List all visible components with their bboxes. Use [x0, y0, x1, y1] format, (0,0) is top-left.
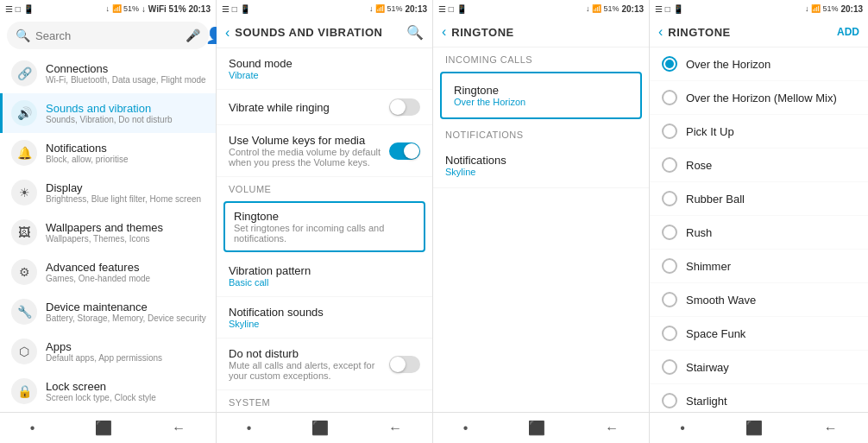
sidebar-item-lock[interactable]: 🔒 Lock screen Screen lock type, Clock st… — [0, 371, 216, 411]
do-not-disturb-toggle[interactable] — [389, 356, 420, 373]
microphone-icon[interactable]: 🎤 — [186, 28, 200, 42]
ringtone-incoming-title: Ringtone — [454, 84, 628, 97]
notifications-subtitle: Block, allow, prioritise — [46, 155, 129, 164]
sidebar-item-sounds[interactable]: 🔊 Sounds and vibration Sounds, Vibration… — [0, 93, 216, 133]
sidebar-item-display[interactable]: ☀ Display Brightness, Blue light filter,… — [0, 173, 216, 212]
sounds-title: Sounds and vibration — [46, 102, 173, 115]
sidebar-item-notifications[interactable]: 🔔 Notifications Block, allow, prioritise — [0, 133, 216, 173]
list-item[interactable]: Space Funk — [650, 317, 868, 351]
do-not-disturb-row[interactable]: Do not disturb Mute all calls and alerts… — [217, 339, 432, 390]
ringtone-list-header: ‹ RINGTONE ADD — [650, 17, 868, 47]
radio-space-funk[interactable] — [662, 326, 677, 341]
sidebar-item-connections[interactable]: 🔗 Connections Wi-Fi, Bluetooth, Data usa… — [0, 54, 216, 93]
list-item[interactable]: Rubber Ball — [650, 182, 868, 216]
toggle-knob-vibrate — [390, 99, 406, 115]
do-not-disturb-subtitle: Mute all calls and alerts, except for yo… — [229, 360, 389, 381]
vibrate-ringing-text: Vibrate while ringing — [229, 101, 389, 114]
nav-dot-4[interactable]: • — [680, 421, 685, 436]
list-item[interactable]: Over the Horizon — [650, 47, 868, 81]
ringtone-panel-content: INCOMING CALLS Ringtone Over the Horizon… — [433, 47, 649, 412]
list-item[interactable]: Smooth Wave — [650, 283, 868, 317]
notifications-ringtone-value: Skyline — [445, 167, 637, 177]
nav-back-3[interactable]: ← — [605, 421, 619, 436]
nav-dot-1[interactable]: • — [30, 421, 35, 436]
nav-back-2[interactable]: ← — [388, 421, 402, 436]
sidebar-item-apps[interactable]: ⬡ Apps Default apps, App permissions — [0, 332, 216, 371]
radio-rose[interactable] — [662, 157, 677, 173]
nav-home-2[interactable]: ⬛ — [311, 420, 329, 436]
vibrate-ringing-row[interactable]: Vibrate while ringing — [217, 90, 432, 125]
nav-home-3[interactable]: ⬛ — [528, 420, 545, 436]
sound-mode-value: Vibrate — [229, 70, 420, 80]
notification-sounds-text: Notification sounds Skyline — [229, 306, 420, 329]
radio-over-horizon[interactable] — [662, 56, 677, 72]
vibrate-ringing-toggle[interactable] — [389, 98, 420, 116]
sounds-subtitle: Sounds, Vibration, Do not disturb — [46, 115, 173, 124]
ringtone-incoming-row[interactable]: Ringtone Over the Horizon — [440, 72, 642, 119]
nav-back-4[interactable]: ← — [824, 421, 838, 436]
nav-home-1[interactable]: ⬛ — [95, 420, 112, 436]
ringtone-name-2: Pick It Up — [686, 125, 734, 138]
ringtone-row-highlighted[interactable]: Ringtone Set ringtones for incoming call… — [223, 201, 425, 252]
settings-list: 🔗 Connections Wi-Fi, Bluetooth, Data usa… — [0, 54, 216, 412]
connections-title: Connections — [46, 62, 206, 75]
radio-smooth-wave[interactable] — [662, 292, 677, 307]
list-item[interactable]: Rush — [650, 216, 868, 250]
status-right-icons-4: ↓ 📶 51% — [805, 4, 839, 13]
settings-sidebar: ☰ □ 📱 ↓ 📶 51% ↓ WiFi 51% 20:13 🔍 🎤 👤 🔗 C… — [0, 0, 217, 443]
do-not-disturb-title: Do not disturb — [229, 347, 389, 360]
search-button-2[interactable]: 🔍 — [406, 24, 424, 41]
back-button-3[interactable]: ‹ — [442, 24, 446, 40]
connections-subtitle: Wi-Fi, Bluetooth, Data usage, Flight mod… — [46, 75, 206, 85]
ringtone-name-1: Over the Horizon (Mellow Mix) — [686, 92, 837, 104]
advanced-subtitle: Games, One-handed mode — [46, 274, 150, 283]
sidebar-item-wallpapers[interactable]: 🖼 Wallpapers and themes Wallpapers, Them… — [0, 212, 216, 252]
search-input[interactable] — [35, 29, 180, 42]
add-button[interactable]: ADD — [837, 26, 859, 38]
nav-back-1[interactable]: ← — [172, 421, 186, 436]
radio-starlight[interactable] — [662, 393, 677, 408]
nav-dot-2[interactable]: • — [247, 421, 252, 436]
list-item[interactable]: Starlight — [650, 384, 868, 412]
notification-sounds-row[interactable]: Notification sounds Skyline — [217, 297, 432, 339]
radio-rubber-ball[interactable] — [662, 191, 677, 206]
status-right-icons-2: ↓ 📶 51% — [369, 4, 403, 13]
sounds-panel-header: ‹ SOUNDS AND VIBRATION 🔍 — [217, 17, 432, 48]
radio-rush[interactable] — [662, 225, 677, 240]
sounds-panel-content: Sound mode Vibrate Vibrate while ringing… — [217, 48, 432, 412]
ringtone-list-content: Over the Horizon Over the Horizon (Mello… — [650, 47, 868, 412]
display-title: Display — [46, 181, 201, 194]
nav-bar-2: • ⬛ ← — [217, 412, 432, 443]
nav-dot-3[interactable]: • — [463, 421, 469, 436]
lock-title: Lock screen — [46, 380, 156, 393]
list-item[interactable]: Shimmer — [650, 250, 868, 283]
radio-pick-it-up[interactable] — [662, 123, 677, 139]
toggle-knob-dnd — [390, 357, 406, 372]
radio-shimmer[interactable] — [662, 258, 677, 274]
sounds-text: Sounds and vibration Sounds, Vibration, … — [46, 102, 173, 124]
sidebar-item-advanced[interactable]: ⚙ Advanced features Games, One-handed mo… — [0, 252, 216, 292]
ringtone-name-9: Stairway — [686, 361, 729, 374]
sidebar-item-maintenance[interactable]: 🔧 Device maintenance Battery, Storage, M… — [0, 292, 216, 332]
search-bar[interactable]: 🔍 🎤 👤 — [7, 22, 209, 49]
radio-stairway[interactable] — [662, 359, 677, 375]
status-left-icons-2: ☰ □ 📱 — [222, 4, 250, 14]
ringtone-row-subtitle: Set ringtones for incoming calls and not… — [234, 223, 415, 244]
notifications-ringtone-row[interactable]: Notifications Skyline — [433, 143, 649, 188]
vibration-pattern-row[interactable]: Vibration pattern Basic call — [217, 256, 432, 297]
vibration-pattern-value: Basic call — [229, 277, 420, 288]
volume-keys-toggle[interactable] — [389, 142, 420, 160]
back-button-2[interactable]: ‹ — [225, 25, 230, 41]
status-right-icons-3: ↓ 📶 51% — [586, 4, 620, 13]
notifications-title: Notifications — [46, 142, 129, 155]
list-item[interactable]: Pick It Up — [650, 115, 868, 149]
list-item[interactable]: Rose — [650, 149, 868, 182]
sound-mode-row[interactable]: Sound mode Vibrate — [217, 48, 432, 90]
radio-over-horizon-mellow[interactable] — [662, 90, 677, 105]
apps-subtitle: Default apps, App permissions — [46, 353, 162, 363]
list-item[interactable]: Stairway — [650, 351, 868, 384]
volume-keys-row[interactable]: Use Volume keys for media Control the me… — [217, 125, 432, 177]
nav-home-4[interactable]: ⬛ — [745, 420, 763, 436]
back-button-4[interactable]: ‹ — [658, 24, 663, 40]
list-item[interactable]: Over the Horizon (Mellow Mix) — [650, 81, 868, 115]
